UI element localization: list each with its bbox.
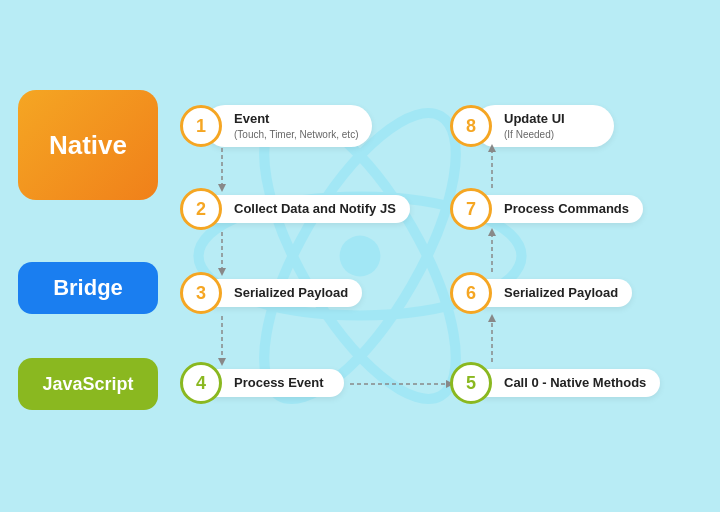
svg-point-3: [340, 236, 381, 277]
step-5-circle: 5: [450, 362, 492, 404]
step-2-pill: Collect Data and Notify JS: [204, 195, 410, 224]
step-3-title: Serialized Payload: [234, 285, 348, 302]
step-7-title: Process Commands: [504, 201, 629, 218]
step-6: 6 Serialized Payload: [450, 272, 632, 314]
bridge-label: Bridge: [18, 262, 158, 314]
step-4-pill: Process Event: [204, 369, 344, 398]
step-2-circle: 2: [180, 188, 222, 230]
step-8-subtitle: (If Needed): [504, 128, 600, 141]
step-8: 8 Update UI (If Needed): [450, 105, 614, 147]
javascript-label: JavaScript: [18, 358, 158, 410]
step-7-circle: 7: [450, 188, 492, 230]
step-1-pill: Event (Touch, Timer, Network, etc): [204, 105, 372, 147]
step-8-circle: 8: [450, 105, 492, 147]
step-4-title: Process Event: [234, 375, 330, 392]
native-text: Native: [49, 130, 127, 161]
step-2-title: Collect Data and Notify JS: [234, 201, 396, 218]
step-1: 1 Event (Touch, Timer, Network, etc): [180, 105, 372, 147]
step-1-subtitle: (Touch, Timer, Network, etc): [234, 128, 358, 141]
javascript-text: JavaScript: [42, 374, 133, 395]
bridge-text: Bridge: [53, 275, 123, 301]
step-1-circle: 1: [180, 105, 222, 147]
step-3: 3 Serialized Payload: [180, 272, 362, 314]
step-8-title: Update UI: [504, 111, 600, 128]
step-3-circle: 3: [180, 272, 222, 314]
step-5: 5 Call 0 - Native Methods: [450, 362, 660, 404]
step-4-circle: 4: [180, 362, 222, 404]
step-2: 2 Collect Data and Notify JS: [180, 188, 410, 230]
step-3-pill: Serialized Payload: [204, 279, 362, 308]
step-5-title: Call 0 - Native Methods: [504, 375, 646, 392]
step-6-pill: Serialized Payload: [474, 279, 632, 308]
step-6-title: Serialized Payload: [504, 285, 618, 302]
step-7-pill: Process Commands: [474, 195, 643, 224]
step-8-pill: Update UI (If Needed): [474, 105, 614, 147]
step-5-pill: Call 0 - Native Methods: [474, 369, 660, 398]
step-4: 4 Process Event: [180, 362, 344, 404]
step-1-title: Event: [234, 111, 358, 128]
step-7: 7 Process Commands: [450, 188, 643, 230]
step-6-circle: 6: [450, 272, 492, 314]
native-label: Native: [18, 90, 158, 200]
